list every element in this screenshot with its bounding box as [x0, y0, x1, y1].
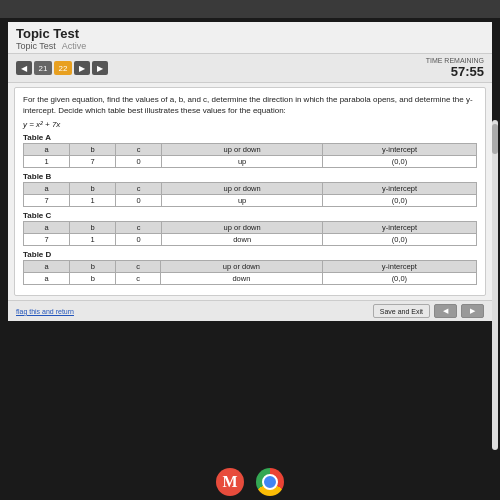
- back-button[interactable]: ◀: [16, 61, 32, 75]
- table-c-c: 0: [116, 234, 162, 246]
- scroll-indicator[interactable]: [492, 120, 498, 450]
- table-b-header-b: b: [70, 183, 116, 195]
- table-b-label: Table B: [23, 172, 477, 181]
- screen: Topic Test Topic Test Active ◀ 21 22 ▶ ▶…: [0, 0, 500, 500]
- table-a-y: (0,0): [323, 156, 477, 168]
- table-d-y: (0,0): [322, 273, 476, 285]
- table-c-a: 7: [24, 234, 70, 246]
- table-d-header-c: c: [116, 261, 161, 273]
- breadcrumb: Topic Test Active: [16, 41, 484, 51]
- table-c-header-y: y-intercept: [323, 222, 477, 234]
- page-title: Topic Test: [16, 26, 484, 41]
- table-c-header-b: b: [70, 222, 116, 234]
- table-d-dir: down: [161, 273, 323, 285]
- table-a-b: 7: [70, 156, 116, 168]
- prev-button[interactable]: ◀: [434, 304, 457, 318]
- scroll-thumb: [492, 124, 498, 154]
- table-d-header-y: y-intercept: [322, 261, 476, 273]
- next-button[interactable]: ▶: [461, 304, 484, 318]
- top-bar: [0, 0, 500, 18]
- table-b-header-c: c: [116, 183, 162, 195]
- nav-bar: ◀ 21 22 ▶ ▶ TIME REMAINING 57:55: [8, 53, 492, 83]
- time-label: TIME REMAINING: [426, 57, 484, 64]
- table-c-header-dir: up or down: [162, 222, 323, 234]
- table-d-a: a: [24, 273, 70, 285]
- flag-link[interactable]: flag this and return: [16, 308, 74, 315]
- table-b-header-a: a: [24, 183, 70, 195]
- title-section: Topic Test Topic Test Active: [8, 22, 492, 53]
- table-c-container: Table C a b c up or down y-intercept: [23, 211, 477, 246]
- question-num-21[interactable]: 21: [34, 61, 52, 75]
- table-c-label: Table C: [23, 211, 477, 220]
- table-c[interactable]: a b c up or down y-intercept 7 1 0 down: [23, 221, 477, 246]
- table-b-a: 7: [24, 195, 70, 207]
- table-row[interactable]: 7 1 0 up (0,0): [24, 195, 477, 207]
- table-row[interactable]: a b c down (0,0): [24, 273, 477, 285]
- question-num-22[interactable]: 22: [54, 61, 72, 75]
- taskbar: M: [0, 464, 500, 500]
- table-b-container: Table B a b c up or down y-intercept: [23, 172, 477, 207]
- table-a-header-dir: up or down: [162, 144, 323, 156]
- table-a-header-c: c: [116, 144, 162, 156]
- table-c-y: (0,0): [323, 234, 477, 246]
- save-exit-button[interactable]: Save and Exit: [373, 304, 430, 318]
- table-d[interactable]: a b c up or down y-intercept a b c down: [23, 260, 477, 285]
- mail-icon[interactable]: M: [216, 468, 244, 496]
- footer-bar: flag this and return Save and Exit ◀ ▶: [8, 300, 492, 321]
- table-row[interactable]: 1 7 0 up (0,0): [24, 156, 477, 168]
- chrome-icon[interactable]: [256, 468, 284, 496]
- footer-buttons: Save and Exit ◀ ▶: [373, 304, 484, 318]
- table-d-container: Table D a b c up or down y-intercept: [23, 250, 477, 285]
- question-text: For the given equation, find the values …: [23, 94, 477, 116]
- table-a-header-b: b: [70, 144, 116, 156]
- table-a-container: Table A a b c up or down y-intercept: [23, 133, 477, 168]
- table-a-header-y: y-intercept: [323, 144, 477, 156]
- table-b-header-y: y-intercept: [323, 183, 477, 195]
- nav-btn-4[interactable]: ▶: [92, 61, 108, 75]
- table-b-dir: up: [162, 195, 323, 207]
- table-a-dir: up: [162, 156, 323, 168]
- table-b-y: (0,0): [323, 195, 477, 207]
- time-section: TIME REMAINING 57:55: [426, 57, 484, 79]
- table-c-header-c: c: [116, 222, 162, 234]
- table-a[interactable]: a b c up or down y-intercept 1 7 0 up: [23, 143, 477, 168]
- table-d-label: Table D: [23, 250, 477, 259]
- breadcrumb-active: Active: [62, 41, 87, 51]
- table-d-c: c: [116, 273, 161, 285]
- time-value: 57:55: [426, 64, 484, 79]
- table-c-dir: down: [162, 234, 323, 246]
- table-a-c: 0: [116, 156, 162, 168]
- table-b-c: 0: [116, 195, 162, 207]
- table-a-a: 1: [24, 156, 70, 168]
- table-d-header-a: a: [24, 261, 70, 273]
- breadcrumb-link[interactable]: Topic Test: [16, 41, 56, 51]
- equation: y = x² + 7x: [23, 120, 477, 129]
- table-b-b: 1: [70, 195, 116, 207]
- table-d-header-dir: up or down: [161, 261, 323, 273]
- nav-btn-3[interactable]: ▶: [74, 61, 90, 75]
- table-c-header-a: a: [24, 222, 70, 234]
- table-b-header-dir: up or down: [162, 183, 323, 195]
- table-a-label: Table A: [23, 133, 477, 142]
- table-a-header-a: a: [24, 144, 70, 156]
- table-b[interactable]: a b c up or down y-intercept 7 1 0 up: [23, 182, 477, 207]
- table-d-header-b: b: [70, 261, 116, 273]
- content-area: Topic Test Topic Test Active ◀ 21 22 ▶ ▶…: [8, 22, 492, 321]
- table-c-b: 1: [70, 234, 116, 246]
- table-row[interactable]: 7 1 0 down (0,0): [24, 234, 477, 246]
- table-d-b: b: [70, 273, 116, 285]
- question-area: For the given equation, find the values …: [14, 87, 486, 296]
